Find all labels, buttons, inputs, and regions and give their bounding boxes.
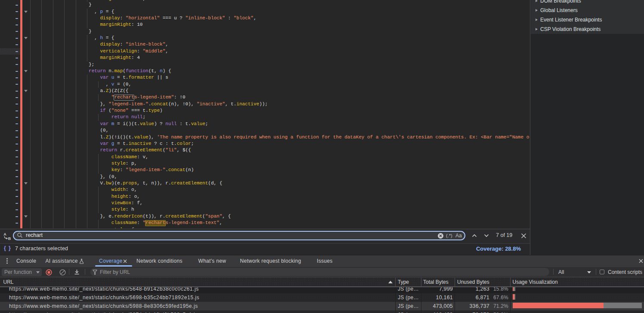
svg-text:A: A <box>3 232 6 236</box>
svg-text:B: B <box>8 236 11 240</box>
